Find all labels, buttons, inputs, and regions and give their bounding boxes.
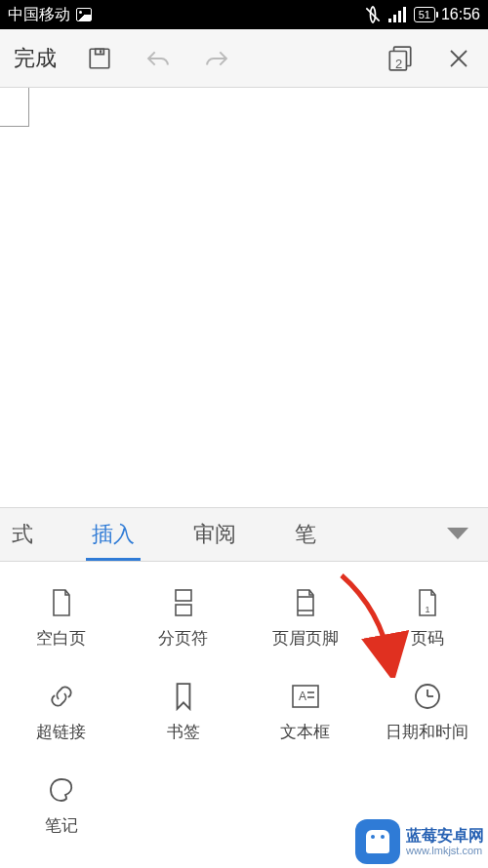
save-icon[interactable]: [84, 43, 115, 74]
tab-pen[interactable]: 笔: [265, 508, 346, 561]
text-box-icon: A: [291, 682, 320, 711]
top-toolbar: 完成: [0, 29, 488, 88]
page-break-icon: [171, 588, 196, 617]
header-footer-icon: [293, 588, 318, 617]
page-number-icon: 1: [415, 588, 440, 617]
undo-icon[interactable]: [142, 43, 174, 74]
page-count-label: 2: [395, 57, 402, 71]
insert-page-number[interactable]: 1 页码: [366, 572, 488, 665]
hyperlink-icon: [47, 682, 76, 711]
svg-rect-13: [176, 590, 191, 601]
tab-insert[interactable]: 插入: [62, 508, 164, 561]
bookmark-icon: [173, 682, 194, 711]
insert-date-time[interactable]: 日期和时间: [366, 665, 488, 759]
svg-rect-3: [398, 11, 401, 22]
done-button[interactable]: 完成: [14, 44, 57, 73]
svg-text:1: 1: [425, 605, 429, 614]
battery-icon: 51: [414, 7, 435, 22]
insert-note[interactable]: 笔记: [0, 759, 122, 852]
pages-icon[interactable]: 2: [385, 43, 416, 74]
insert-hyperlink[interactable]: 超链接: [0, 665, 122, 759]
note-icon: [47, 775, 76, 805]
page-corner: [0, 88, 29, 127]
close-icon[interactable]: [443, 43, 474, 74]
battery-level: 51: [419, 10, 430, 20]
svg-text:A: A: [299, 690, 306, 703]
insert-text-box[interactable]: A 文本框: [244, 665, 366, 759]
tab-style[interactable]: 式: [0, 508, 62, 561]
carrier-label: 中国移动: [8, 5, 70, 25]
signal-icon: [388, 7, 408, 22]
svg-rect-1: [388, 19, 391, 22]
mute-icon: [363, 5, 383, 24]
insert-blank-page[interactable]: 空白页: [0, 572, 122, 665]
collapse-panel-button[interactable]: [427, 508, 488, 561]
tab-review[interactable]: 审阅: [164, 508, 265, 561]
svg-rect-2: [393, 15, 396, 22]
insert-bookmark[interactable]: 书签: [122, 665, 244, 759]
insert-panel: 空白页 分页符: [0, 562, 488, 868]
insert-header-footer[interactable]: 页眉页脚: [244, 572, 366, 665]
svg-marker-12: [447, 528, 468, 539]
svg-rect-4: [403, 7, 406, 22]
blank-page-icon: [49, 588, 74, 617]
svg-rect-14: [176, 605, 191, 615]
status-bar: 中国移动 51 16:56: [0, 0, 488, 29]
svg-line-0: [366, 8, 379, 20]
document-canvas[interactable]: [0, 88, 488, 507]
bottom-tabs-bar: 式 插入 审阅 笔: [0, 507, 488, 562]
redo-icon[interactable]: [201, 43, 232, 74]
insert-page-break[interactable]: 分页符: [122, 572, 244, 665]
clock-icon: [413, 682, 442, 711]
clock-label: 16:56: [441, 6, 480, 23]
picture-icon: [76, 8, 92, 21]
